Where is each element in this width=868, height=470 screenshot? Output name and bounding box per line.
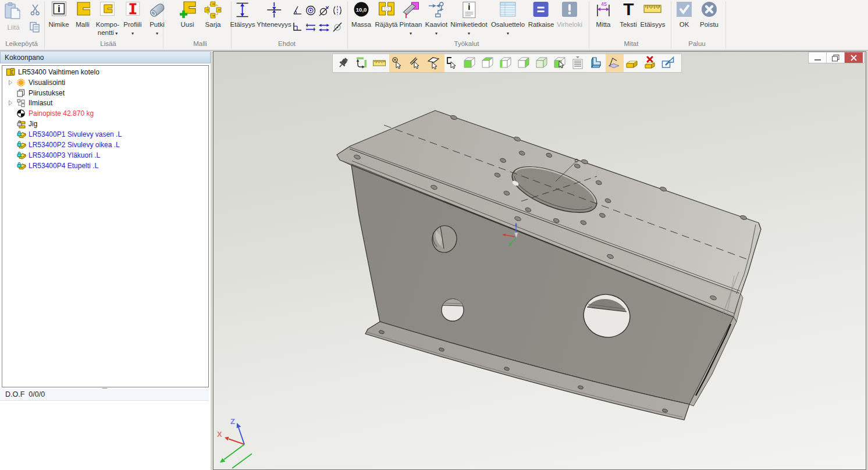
- svg-text:X: X: [217, 430, 222, 439]
- svg-text:T: T: [623, 1, 634, 17]
- svg-text:10,0: 10,0: [356, 6, 367, 13]
- svg-text:45: 45: [601, 1, 607, 7]
- svg-text:i: i: [58, 3, 61, 15]
- svg-text:Z: Z: [230, 417, 235, 426]
- svg-text:I: I: [405, 12, 407, 19]
- svg-text:i: i: [468, 2, 470, 12]
